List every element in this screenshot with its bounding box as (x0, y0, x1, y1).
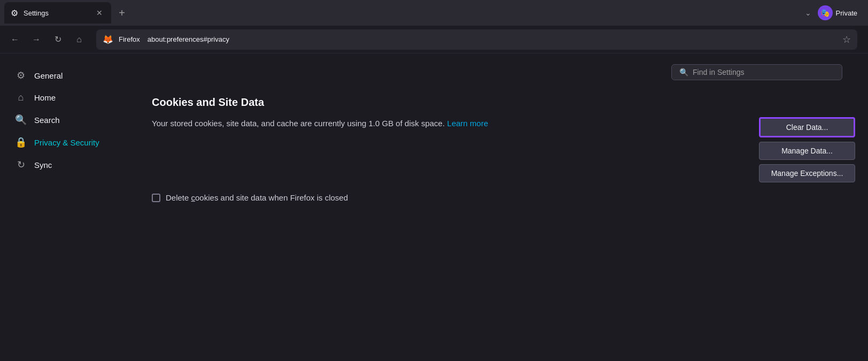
sidebar-item-sync[interactable]: ↻ Sync (4, 153, 135, 176)
manage-exceptions-button[interactable]: Manage Exceptions... (759, 164, 855, 182)
back-button[interactable]: ← (6, 31, 24, 48)
sidebar-label-privacy: Privacy & Security (34, 138, 99, 147)
find-search-icon: 🔍 (679, 68, 688, 76)
address-text: about:preferences#privacy (148, 35, 229, 43)
underline-d: c (191, 193, 196, 202)
sidebar-item-privacy[interactable]: 🔒 Privacy & Security (4, 131, 135, 153)
delete-cookies-label: Delete cookies and site data when Firefo… (166, 193, 348, 202)
learn-more-link[interactable]: Learn more (447, 119, 489, 128)
private-icon: 🎭 (818, 5, 833, 20)
find-settings-input[interactable] (693, 68, 834, 76)
forward-button[interactable]: → (28, 31, 45, 48)
find-settings-box[interactable]: 🔍 (671, 64, 842, 80)
private-badge: 🎭 Private (818, 5, 857, 20)
content-area: 🔍 Cookies and Site Data Your stored cook… (139, 53, 868, 361)
delete-cookies-text-part2: ookies and site data when Firefox is clo… (195, 193, 348, 202)
nav-bar: ← → ↻ ⌂ 🦊 Firefox about:preferences#priv… (0, 26, 868, 53)
cookies-description: Your stored cookies, site data, and cach… (152, 119, 445, 128)
sidebar: ⚙ General ⌂ Home 🔍 Search 🔒 Privacy & Se… (0, 53, 139, 361)
active-tab[interactable]: ⚙ Settings ✕ (4, 2, 111, 24)
section-buttons: Clear Data... Manage Data... Manage Exce… (759, 117, 855, 182)
search-icon: 🔍 (15, 114, 27, 126)
home-button[interactable]: ⌂ (71, 31, 88, 48)
privacy-icon: 🔒 (15, 136, 27, 148)
general-icon: ⚙ (15, 70, 27, 81)
title-bar: ⚙ Settings ✕ + ⌄ 🎭 Private (0, 0, 868, 26)
title-bar-right: ⌄ 🎭 Private (805, 5, 864, 20)
tab-close-button[interactable]: ✕ (94, 7, 105, 18)
sidebar-label-search: Search (34, 116, 60, 125)
clear-data-button[interactable]: Clear Data... (759, 117, 855, 137)
firefox-label: Firefox (119, 35, 140, 43)
firefox-logo: 🦊 (103, 34, 113, 45)
section-text: Your stored cookies, site data, and cach… (152, 117, 748, 130)
delete-cookies-text-part1: Delete (166, 193, 191, 202)
main-layout: ⚙ General ⌂ Home 🔍 Search 🔒 Privacy & Se… (0, 53, 868, 361)
manage-data-button[interactable]: Manage Data... (759, 142, 855, 160)
sidebar-label-home: Home (34, 93, 56, 102)
section-title: Cookies and Site Data (152, 96, 855, 109)
section-body: Your stored cookies, site data, and cach… (152, 117, 855, 182)
address-bar[interactable]: 🦊 Firefox about:preferences#privacy ☆ (96, 29, 857, 50)
delete-cookies-checkbox[interactable] (152, 194, 160, 202)
cookies-section: Cookies and Site Data Your stored cookie… (152, 96, 855, 202)
delete-cookies-row: Delete cookies and site data when Firefo… (152, 193, 855, 202)
dropdown-arrow-icon[interactable]: ⌄ (805, 9, 811, 17)
sidebar-label-sync: Sync (34, 160, 52, 170)
settings-tab-title: Settings (24, 9, 89, 17)
bookmark-button[interactable]: ☆ (842, 34, 851, 45)
sidebar-label-general: General (34, 71, 63, 80)
new-tab-button[interactable]: + (113, 4, 130, 21)
home-icon: ⌂ (15, 92, 27, 103)
find-settings-wrap: 🔍 (152, 53, 855, 86)
settings-tab-icon: ⚙ (11, 8, 18, 18)
sidebar-item-general[interactable]: ⚙ General (4, 64, 135, 87)
sidebar-item-search[interactable]: 🔍 Search (4, 109, 135, 131)
sync-icon: ↻ (15, 159, 27, 171)
sidebar-item-home[interactable]: ⌂ Home (4, 87, 135, 109)
reload-button[interactable]: ↻ (49, 31, 66, 48)
private-label: Private (836, 9, 857, 17)
